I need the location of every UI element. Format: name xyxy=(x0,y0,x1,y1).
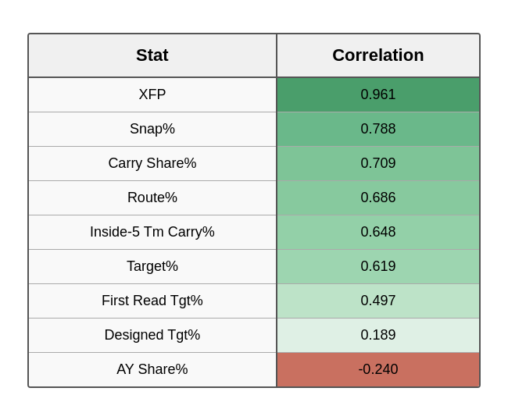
correlation-cell: 0.619 xyxy=(277,249,479,283)
correlation-cell: -0.240 xyxy=(277,352,479,386)
correlation-cell: 0.961 xyxy=(277,77,479,112)
table-row: Designed Tgt%0.189 xyxy=(29,318,479,352)
table-row: Route%0.686 xyxy=(29,180,479,215)
table-row: XFP0.961 xyxy=(29,77,479,112)
stat-cell: Route% xyxy=(29,180,277,215)
stat-header: Stat xyxy=(29,34,277,77)
stat-cell: First Read Tgt% xyxy=(29,283,277,318)
stat-cell: Inside-5 Tm Carry% xyxy=(29,215,277,249)
correlation-table: Stat Correlation XFP0.961Snap%0.788Carry… xyxy=(27,33,481,388)
correlation-cell: 0.497 xyxy=(277,283,479,318)
correlation-cell: 0.648 xyxy=(277,215,479,249)
correlation-cell: 0.686 xyxy=(277,180,479,215)
table-row: Carry Share%0.709 xyxy=(29,146,479,180)
table-row: Inside-5 Tm Carry%0.648 xyxy=(29,215,479,249)
stat-cell: XFP xyxy=(29,77,277,112)
table-row: Snap%0.788 xyxy=(29,112,479,146)
stat-cell: Carry Share% xyxy=(29,146,277,180)
correlation-cell: 0.788 xyxy=(277,112,479,146)
correlation-cell: 0.709 xyxy=(277,146,479,180)
table-row: First Read Tgt%0.497 xyxy=(29,283,479,318)
stat-cell: Designed Tgt% xyxy=(29,318,277,352)
stat-cell: AY Share% xyxy=(29,352,277,386)
correlation-cell: 0.189 xyxy=(277,318,479,352)
table-row: AY Share%-0.240 xyxy=(29,352,479,386)
table-row: Target%0.619 xyxy=(29,249,479,283)
stat-cell: Target% xyxy=(29,249,277,283)
correlation-header: Correlation xyxy=(277,34,479,77)
stat-cell: Snap% xyxy=(29,112,277,146)
